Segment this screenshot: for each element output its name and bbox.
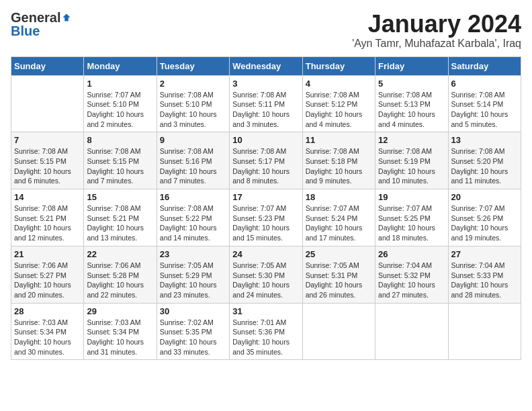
day-info: Sunrise: 7:08 AM Sunset: 5:20 PM Dayligh…: [451, 146, 518, 186]
calendar-cell: 4Sunrise: 7:08 AM Sunset: 5:12 PM Daylig…: [302, 75, 375, 132]
day-header-wednesday: Wednesday: [230, 56, 302, 75]
calendar-cell: 20Sunrise: 7:07 AM Sunset: 5:26 PM Dayli…: [448, 189, 521, 246]
svg-marker-0: [63, 13, 71, 21]
week-row-1: 1Sunrise: 7:07 AM Sunset: 5:10 PM Daylig…: [11, 75, 521, 132]
day-header-monday: Monday: [84, 56, 157, 75]
calendar-cell: 23Sunrise: 7:05 AM Sunset: 5:29 PM Dayli…: [157, 246, 229, 303]
calendar-cell: 7Sunrise: 7:08 AM Sunset: 5:15 PM Daylig…: [11, 132, 84, 189]
day-header-saturday: Saturday: [448, 56, 521, 75]
calendar-cell: 6Sunrise: 7:08 AM Sunset: 5:14 PM Daylig…: [448, 75, 521, 132]
day-number: 16: [160, 192, 226, 202]
day-number: 5: [378, 79, 445, 89]
month-title: January 2024: [352, 11, 521, 38]
day-number: 20: [451, 192, 518, 202]
day-info: Sunrise: 7:07 AM Sunset: 5:26 PM Dayligh…: [451, 203, 518, 243]
day-number: 19: [378, 192, 445, 202]
day-info: Sunrise: 7:08 AM Sunset: 5:11 PM Dayligh…: [232, 90, 299, 130]
calendar-cell: 25Sunrise: 7:05 AM Sunset: 5:31 PM Dayli…: [302, 246, 375, 303]
day-info: Sunrise: 7:08 AM Sunset: 5:13 PM Dayligh…: [378, 90, 445, 130]
logo-icon: [62, 13, 71, 22]
calendar-cell: [448, 303, 521, 360]
day-header-tuesday: Tuesday: [157, 56, 229, 75]
day-number: 2: [160, 79, 226, 89]
day-info: Sunrise: 7:08 AM Sunset: 5:15 PM Dayligh…: [14, 146, 81, 186]
page-header: General Blue January 2024 'Ayn Tamr, Muh…: [11, 11, 521, 50]
day-number: 15: [87, 192, 153, 202]
day-info: Sunrise: 7:05 AM Sunset: 5:29 PM Dayligh…: [160, 261, 226, 300]
day-info: Sunrise: 7:08 AM Sunset: 5:16 PM Dayligh…: [160, 146, 226, 186]
day-info: Sunrise: 7:01 AM Sunset: 5:36 PM Dayligh…: [232, 318, 299, 357]
day-number: 26: [378, 249, 445, 259]
day-number: 29: [87, 306, 153, 316]
day-info: Sunrise: 7:08 AM Sunset: 5:22 PM Dayligh…: [160, 203, 226, 243]
calendar-cell: 19Sunrise: 7:07 AM Sunset: 5:25 PM Dayli…: [375, 189, 448, 246]
calendar-cell: 31Sunrise: 7:01 AM Sunset: 5:36 PM Dayli…: [230, 303, 302, 360]
calendar-cell: 24Sunrise: 7:05 AM Sunset: 5:30 PM Dayli…: [230, 246, 302, 303]
day-info: Sunrise: 7:03 AM Sunset: 5:34 PM Dayligh…: [87, 318, 153, 357]
calendar-cell: 12Sunrise: 7:08 AM Sunset: 5:19 PM Dayli…: [375, 132, 448, 189]
days-header-row: SundayMondayTuesdayWednesdayThursdayFrid…: [11, 56, 521, 75]
day-number: 24: [232, 249, 299, 259]
day-number: 23: [160, 249, 226, 259]
day-number: 9: [160, 135, 226, 145]
calendar-cell: 9Sunrise: 7:08 AM Sunset: 5:16 PM Daylig…: [157, 132, 229, 189]
calendar-cell: 26Sunrise: 7:04 AM Sunset: 5:32 PM Dayli…: [375, 246, 448, 303]
day-number: 14: [14, 192, 81, 202]
calendar-table: SundayMondayTuesdayWednesdayThursdayFrid…: [11, 56, 521, 361]
calendar-cell: 21Sunrise: 7:06 AM Sunset: 5:27 PM Dayli…: [11, 246, 84, 303]
day-number: 18: [306, 192, 372, 202]
day-number: 8: [87, 135, 153, 145]
week-row-5: 28Sunrise: 7:03 AM Sunset: 5:34 PM Dayli…: [11, 303, 521, 360]
day-number: 11: [306, 135, 372, 145]
day-info: Sunrise: 7:04 AM Sunset: 5:33 PM Dayligh…: [451, 261, 518, 300]
day-info: Sunrise: 7:06 AM Sunset: 5:27 PM Dayligh…: [14, 261, 81, 300]
calendar-cell: 22Sunrise: 7:06 AM Sunset: 5:28 PM Dayli…: [84, 246, 157, 303]
day-info: Sunrise: 7:07 AM Sunset: 5:24 PM Dayligh…: [306, 203, 372, 243]
week-row-4: 21Sunrise: 7:06 AM Sunset: 5:27 PM Dayli…: [11, 246, 521, 303]
day-info: Sunrise: 7:07 AM Sunset: 5:23 PM Dayligh…: [232, 203, 299, 243]
day-header-sunday: Sunday: [11, 56, 84, 75]
calendar-cell: 16Sunrise: 7:08 AM Sunset: 5:22 PM Dayli…: [157, 189, 229, 246]
day-number: 31: [232, 306, 299, 316]
calendar-cell: 14Sunrise: 7:08 AM Sunset: 5:21 PM Dayli…: [11, 189, 84, 246]
calendar-cell: 1Sunrise: 7:07 AM Sunset: 5:10 PM Daylig…: [84, 75, 157, 132]
day-number: 22: [87, 249, 153, 259]
calendar-cell: 27Sunrise: 7:04 AM Sunset: 5:33 PM Dayli…: [448, 246, 521, 303]
logo-blue-text: Blue: [11, 24, 40, 38]
calendar-cell: [375, 303, 448, 360]
day-number: 28: [14, 306, 81, 316]
calendar-cell: 13Sunrise: 7:08 AM Sunset: 5:20 PM Dayli…: [448, 132, 521, 189]
day-info: Sunrise: 7:02 AM Sunset: 5:35 PM Dayligh…: [160, 318, 226, 357]
day-info: Sunrise: 7:08 AM Sunset: 5:18 PM Dayligh…: [306, 146, 372, 186]
day-info: Sunrise: 7:08 AM Sunset: 5:21 PM Dayligh…: [14, 203, 81, 243]
day-info: Sunrise: 7:04 AM Sunset: 5:32 PM Dayligh…: [378, 261, 445, 300]
calendar-cell: 30Sunrise: 7:02 AM Sunset: 5:35 PM Dayli…: [157, 303, 229, 360]
day-info: Sunrise: 7:06 AM Sunset: 5:28 PM Dayligh…: [87, 261, 153, 300]
calendar-cell: 11Sunrise: 7:08 AM Sunset: 5:18 PM Dayli…: [302, 132, 375, 189]
day-number: 27: [451, 249, 518, 259]
calendar-cell: 8Sunrise: 7:08 AM Sunset: 5:15 PM Daylig…: [84, 132, 157, 189]
calendar-cell: [302, 303, 375, 360]
day-info: Sunrise: 7:08 AM Sunset: 5:21 PM Dayligh…: [87, 203, 153, 243]
day-info: Sunrise: 7:05 AM Sunset: 5:30 PM Dayligh…: [232, 261, 299, 300]
calendar-cell: 3Sunrise: 7:08 AM Sunset: 5:11 PM Daylig…: [230, 75, 302, 132]
calendar-cell: 28Sunrise: 7:03 AM Sunset: 5:34 PM Dayli…: [11, 303, 84, 360]
day-info: Sunrise: 7:03 AM Sunset: 5:34 PM Dayligh…: [14, 318, 81, 357]
calendar-cell: 17Sunrise: 7:07 AM Sunset: 5:23 PM Dayli…: [230, 189, 302, 246]
week-row-2: 7Sunrise: 7:08 AM Sunset: 5:15 PM Daylig…: [11, 132, 521, 189]
day-info: Sunrise: 7:08 AM Sunset: 5:10 PM Dayligh…: [160, 90, 226, 130]
calendar-cell: 15Sunrise: 7:08 AM Sunset: 5:21 PM Dayli…: [84, 189, 157, 246]
calendar-cell: 10Sunrise: 7:08 AM Sunset: 5:17 PM Dayli…: [230, 132, 302, 189]
day-number: 6: [451, 79, 518, 89]
day-info: Sunrise: 7:08 AM Sunset: 5:12 PM Dayligh…: [306, 90, 372, 130]
calendar-cell: 2Sunrise: 7:08 AM Sunset: 5:10 PM Daylig…: [157, 75, 229, 132]
calendar-cell: 29Sunrise: 7:03 AM Sunset: 5:34 PM Dayli…: [84, 303, 157, 360]
day-info: Sunrise: 7:07 AM Sunset: 5:10 PM Dayligh…: [87, 90, 153, 130]
day-info: Sunrise: 7:08 AM Sunset: 5:17 PM Dayligh…: [232, 146, 299, 186]
day-info: Sunrise: 7:07 AM Sunset: 5:25 PM Dayligh…: [378, 203, 445, 243]
day-info: Sunrise: 7:08 AM Sunset: 5:14 PM Dayligh…: [451, 90, 518, 130]
calendar-cell: 5Sunrise: 7:08 AM Sunset: 5:13 PM Daylig…: [375, 75, 448, 132]
logo: General Blue: [11, 11, 71, 38]
day-info: Sunrise: 7:08 AM Sunset: 5:15 PM Dayligh…: [87, 146, 153, 186]
day-header-friday: Friday: [375, 56, 448, 75]
